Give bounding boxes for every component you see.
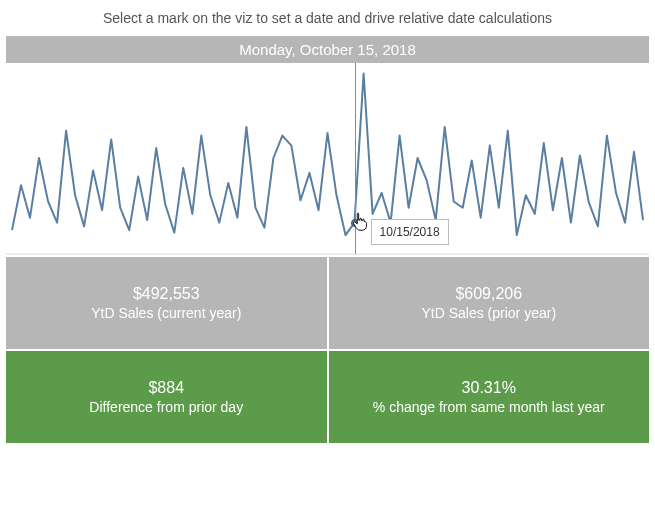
metric-pct-change-yoy: 30.31% % change from same month last yea…	[329, 351, 650, 443]
metrics-row-top: $492,553 YtD Sales (current year) $609,2…	[6, 257, 649, 349]
metric-value: $492,553	[133, 285, 200, 303]
date-tooltip: 10/15/2018	[371, 219, 449, 245]
metric-value: 30.31%	[462, 379, 516, 397]
instruction-text: Select a mark on the viz to set a date a…	[6, 6, 649, 36]
metric-label: Difference from prior day	[89, 399, 243, 415]
metric-ytd-prior: $609,206 YtD Sales (prior year)	[329, 257, 650, 349]
selected-date-bar: Monday, October 15, 2018	[6, 36, 649, 63]
metric-value: $884	[148, 379, 184, 397]
metric-value: $609,206	[455, 285, 522, 303]
metric-label: % change from same month last year	[373, 399, 605, 415]
metric-label: YtD Sales (prior year)	[421, 305, 556, 321]
metric-label: YtD Sales (current year)	[91, 305, 241, 321]
timeseries-chart[interactable]: 10/15/2018	[6, 63, 649, 255]
tooltip-date-text: 10/15/2018	[380, 225, 440, 239]
selected-point-marker	[351, 219, 359, 227]
metric-ytd-current: $492,553 YtD Sales (current year)	[6, 257, 327, 349]
metric-diff-prior-day: $884 Difference from prior day	[6, 351, 327, 443]
metrics-row-bottom: $884 Difference from prior day 30.31% % …	[6, 351, 649, 443]
dashboard-container: Select a mark on the viz to set a date a…	[0, 0, 655, 525]
